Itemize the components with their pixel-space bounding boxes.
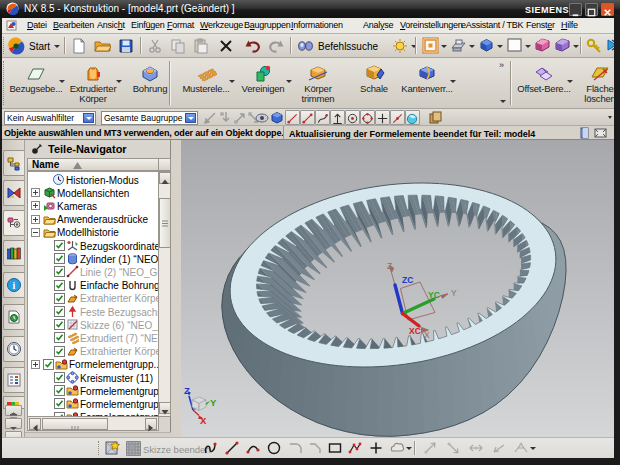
svg-text:Y: Y xyxy=(451,288,457,298)
svg-text:ZC: ZC xyxy=(402,275,413,285)
svg-text:YC: YC xyxy=(428,290,440,300)
svg-text:Z: Z xyxy=(184,385,190,396)
svg-text:XC: XC xyxy=(409,326,421,336)
svg-text:X: X xyxy=(424,330,430,340)
svg-text:i: i xyxy=(13,280,16,291)
svg-text:X: X xyxy=(200,415,207,426)
svg-text:Z: Z xyxy=(387,261,392,271)
svg-text:Y: Y xyxy=(210,397,217,408)
